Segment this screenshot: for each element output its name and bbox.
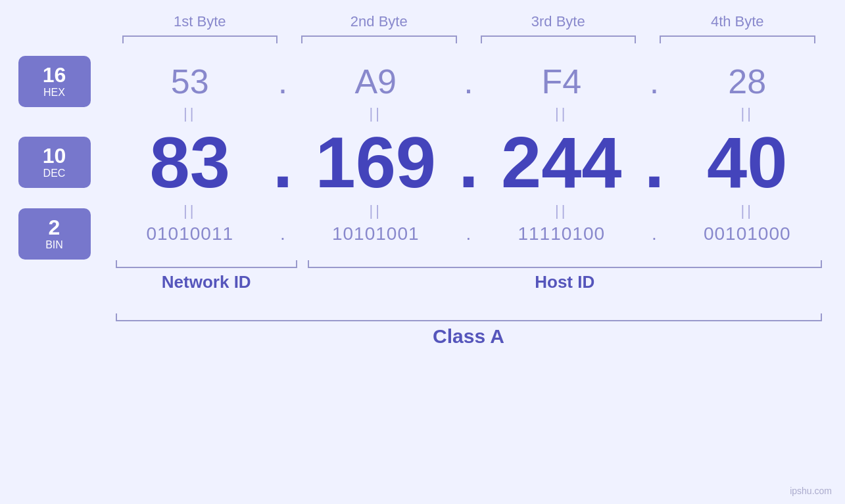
- dec-val-1: 83: [110, 126, 270, 198]
- watermark: ipshu.com: [790, 486, 832, 496]
- pipe-8: ||: [667, 202, 827, 219]
- byte-header-3: 3rd Byte: [469, 13, 648, 30]
- hex-base-num: 16: [43, 64, 66, 85]
- hex-val-4: 28: [667, 62, 827, 101]
- class-bracket-row: [18, 302, 827, 321]
- hex-dot-1: .: [270, 62, 296, 101]
- pipe-5: ||: [110, 202, 270, 219]
- main-container: 1st Byte 2nd Byte 3rd Byte 4th Byte 16 H…: [18, 0, 827, 348]
- pipe-6: ||: [296, 202, 456, 219]
- hex-dot-3: .: [641, 62, 667, 101]
- class-label-row: Class A: [18, 325, 827, 348]
- byte-headers: 1st Byte 2nd Byte 3rd Byte 4th Byte: [18, 13, 827, 30]
- class-bracket: [110, 302, 827, 321]
- top-bracket-1: [117, 35, 283, 49]
- pipe-3: ||: [482, 105, 642, 122]
- byte-header-4: 4th Byte: [648, 13, 827, 30]
- bin-dot-3: .: [641, 223, 667, 244]
- dec-base-num: 10: [43, 145, 66, 166]
- network-bracket: [110, 248, 303, 268]
- dec-val-3: 244: [482, 126, 642, 198]
- dec-badge: 10 DEC: [18, 137, 91, 188]
- dec-dot-2: .: [456, 126, 482, 198]
- hex-base-label: HEX: [43, 87, 65, 99]
- top-bracket-3: [475, 35, 642, 49]
- bin-base-num: 2: [49, 217, 60, 238]
- byte-header-1: 1st Byte: [110, 13, 290, 30]
- host-id-label: Host ID: [302, 272, 827, 292]
- pipe-4: ||: [667, 105, 827, 122]
- network-id-label: Network ID: [110, 272, 303, 292]
- sep-hex-dec: || || || ||: [18, 105, 827, 122]
- pipe-1: ||: [110, 105, 270, 122]
- pipe-2: ||: [296, 105, 456, 122]
- dec-val-2: 169: [296, 126, 456, 198]
- dec-val-4: 40: [667, 126, 827, 198]
- hex-badge: 16 HEX: [18, 56, 91, 107]
- bin-row-wrapper: 2 BIN 01010011 . 10101001 . 11110100 . 0…: [18, 223, 827, 244]
- pipe-7: ||: [482, 202, 642, 219]
- bin-val-3: 11110100: [482, 223, 642, 244]
- bin-dot-1: .: [270, 223, 296, 244]
- top-bracket-4: [654, 35, 821, 49]
- dec-dot-3: .: [641, 126, 667, 198]
- byte-header-2: 2nd Byte: [289, 13, 469, 30]
- network-host-labels: Network ID Host ID: [18, 272, 827, 292]
- hex-dot-2: .: [456, 62, 482, 101]
- bin-val-1: 01010011: [110, 223, 270, 244]
- dec-row-wrapper: 10 DEC 83 . 169 . 244 . 40: [18, 126, 827, 198]
- hex-values: 53 . A9 . F4 . 28: [110, 62, 827, 101]
- bin-values: 01010011 . 10101001 . 11110100 . 0010100…: [110, 223, 827, 244]
- bin-val-4: 00101000: [667, 223, 827, 244]
- sep-dec-bin: || || || ||: [18, 202, 827, 219]
- hex-row-wrapper: 16 HEX 53 . A9 . F4 . 28: [18, 62, 827, 101]
- bin-dot-2: .: [456, 223, 482, 244]
- dec-base-label: DEC: [43, 168, 66, 179]
- dec-values: 83 . 169 . 244 . 40: [110, 126, 827, 198]
- hex-val-2: A9: [296, 62, 456, 101]
- hex-val-3: F4: [482, 62, 642, 101]
- hex-val-1: 53: [110, 62, 270, 101]
- host-bracket: [302, 248, 827, 268]
- class-a-label: Class A: [110, 325, 827, 348]
- top-bracket-2: [296, 35, 462, 49]
- network-host-brackets: [18, 248, 827, 268]
- top-brackets: [18, 35, 827, 49]
- dec-dot-1: .: [270, 126, 296, 198]
- bin-val-2: 10101001: [296, 223, 456, 244]
